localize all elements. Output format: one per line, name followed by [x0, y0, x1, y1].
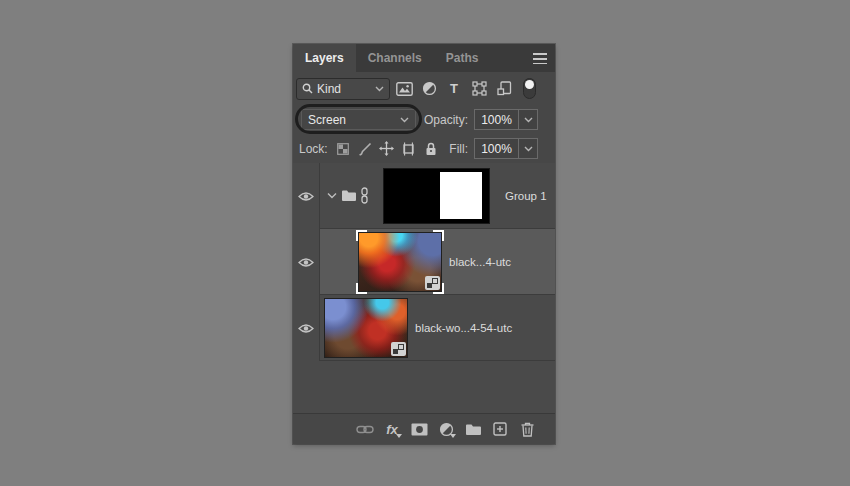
layer-row-group-1[interactable]: Group 1: [293, 163, 555, 229]
visibility-cell[interactable]: [293, 163, 320, 229]
filter-kind-dropdown[interactable]: Kind: [296, 78, 390, 100]
visibility-cell[interactable]: [293, 229, 320, 295]
new-layer-button[interactable]: [491, 419, 509, 439]
layer-thumbnail[interactable]: [324, 298, 408, 358]
lock-position-button[interactable]: [377, 139, 397, 159]
layer-row-content[interactable]: Group 1: [320, 163, 555, 229]
filter-pixel-layers-button[interactable]: [393, 78, 415, 100]
layers-bottom-toolbar: fx: [293, 413, 555, 444]
opacity-dropdown-button[interactable]: [519, 109, 538, 130]
lock-label: Lock:: [299, 142, 328, 156]
panel-tab-bar: Layers Channels Paths: [293, 44, 555, 72]
fill-field-group: 100%: [474, 138, 538, 159]
opacity-input[interactable]: 100%: [474, 109, 519, 130]
layer-filter-toggle: [523, 78, 536, 99]
hamburger-icon: [533, 53, 547, 64]
search-icon: [302, 83, 313, 94]
tab-channels[interactable]: Channels: [356, 44, 434, 72]
filter-toggle-button[interactable]: [518, 78, 540, 100]
layers-list-empty-area: [293, 361, 555, 413]
tab-layers[interactable]: Layers: [293, 44, 356, 72]
lock-transparency-button[interactable]: [333, 139, 353, 159]
delete-layer-button[interactable]: [518, 419, 536, 439]
filter-adjustment-layers-button[interactable]: [418, 78, 440, 100]
mask-link-chain-icon[interactable]: [360, 187, 369, 204]
blend-opacity-row: Screen Opacity: 100%: [293, 105, 555, 134]
link-layers-button[interactable]: [356, 419, 374, 439]
layer-name: Group 1: [505, 190, 547, 202]
fill-dropdown-button[interactable]: [519, 138, 538, 159]
chevron-down-icon: [524, 117, 533, 123]
smart-object-badge-icon: [425, 276, 440, 290]
tab-bar-spacer: [490, 44, 525, 72]
mask-white-area: [440, 172, 482, 219]
adjustment-layer-filter-icon: [422, 81, 437, 96]
lock-position-move-icon: [379, 141, 394, 156]
new-group-icon: [465, 423, 482, 436]
fill-label: Fill:: [411, 142, 468, 156]
dropdown-triangle-icon: [450, 434, 456, 438]
layer-thumbnail[interactable]: [358, 232, 442, 292]
filter-smart-objects-button[interactable]: [493, 78, 515, 100]
layer-row-black-4-utc[interactable]: black...4-utc: [293, 229, 555, 295]
lock-pixels-button[interactable]: [355, 139, 375, 159]
eye-icon: [298, 257, 314, 268]
layer-row-content[interactable]: black...4-utc: [320, 229, 555, 295]
lock-fill-row: Lock:: [293, 134, 555, 163]
layer-filter-row: Kind T: [293, 72, 555, 105]
group-mask-thumbnail[interactable]: [383, 168, 490, 224]
selection-bracket: [356, 230, 367, 241]
filter-shape-layers-button[interactable]: [468, 78, 490, 100]
group-expand-chevron-icon[interactable]: [327, 192, 337, 199]
dropdown-triangle-icon: [396, 434, 402, 438]
shape-layer-filter-icon: [472, 81, 487, 96]
blend-mode-value: Screen: [308, 113, 346, 127]
selection-bracket: [356, 283, 367, 294]
eye-icon: [298, 323, 314, 334]
chevron-down-icon: [400, 117, 409, 123]
new-adjustment-layer-button[interactable]: [437, 419, 455, 439]
link-layers-icon: [356, 425, 374, 434]
new-layer-icon: [493, 422, 507, 436]
delete-layer-trash-icon: [521, 422, 534, 437]
folder-icon: [341, 189, 357, 202]
desktop-background: { "panel": { "tabs": [ { "label": "Layer…: [0, 0, 850, 486]
layer-row-content[interactable]: black-wo...4-54-utc: [320, 295, 555, 361]
layer-row-black-wo-4-54-utc[interactable]: black-wo...4-54-utc: [293, 295, 555, 361]
lock-pixels-brush-icon: [358, 142, 372, 156]
layer-name: black-wo...4-54-utc: [415, 322, 512, 334]
layer-name: black...4-utc: [449, 256, 511, 268]
add-layer-mask-button[interactable]: [410, 419, 428, 439]
fill-input[interactable]: 100%: [474, 138, 519, 159]
selection-bracket: [433, 230, 444, 241]
chevron-down-icon: [375, 86, 384, 92]
add-mask-icon: [411, 423, 428, 436]
opacity-field-group: 100%: [474, 109, 538, 130]
smart-object-filter-icon: [497, 81, 512, 96]
visibility-cell[interactable]: [293, 295, 320, 361]
layers-list: Group 1 bla: [293, 163, 555, 413]
new-group-button[interactable]: [464, 419, 482, 439]
eye-icon: [298, 191, 314, 202]
filter-type-layers-button[interactable]: T: [443, 78, 465, 100]
toggle-knob: [525, 80, 534, 89]
blend-mode-dropdown[interactable]: Screen: [301, 109, 416, 130]
lock-transparency-icon: [337, 143, 349, 155]
type-layer-filter-icon: T: [450, 81, 458, 96]
tab-paths[interactable]: Paths: [434, 44, 491, 72]
opacity-label: Opacity:: [411, 113, 468, 127]
layer-style-button[interactable]: fx: [383, 419, 401, 439]
panel-menu-button[interactable]: [525, 44, 555, 72]
layers-panel: Layers Channels Paths Kind: [293, 44, 555, 444]
filter-kind-value: Kind: [317, 82, 341, 96]
smart-object-badge-icon: [391, 342, 406, 356]
chevron-down-icon: [524, 146, 533, 152]
pixel-layer-filter-icon: [396, 82, 413, 96]
